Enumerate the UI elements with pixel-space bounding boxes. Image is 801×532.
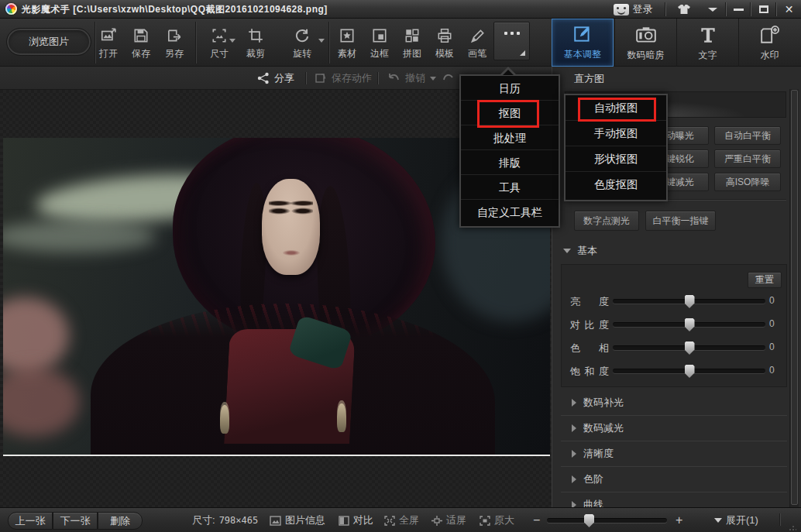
resize-icon — [211, 27, 228, 44]
section-dim-light[interactable]: 数码减光 — [561, 415, 787, 441]
login-button[interactable]: 登录 — [609, 0, 657, 19]
tab-watermark[interactable]: 水印 — [738, 19, 800, 67]
delete-image-button[interactable]: 删除 — [98, 512, 143, 530]
collage-label: 拼图 — [403, 47, 421, 60]
materials-label: 素材 — [338, 47, 356, 60]
next-image-button[interactable]: 下一张 — [53, 512, 98, 530]
panel-scrollbar-thumb[interactable] — [791, 90, 798, 505]
high-iso-denoise-label: 高ISO降噪 — [726, 176, 770, 189]
panel-scrollbar[interactable] — [789, 89, 799, 507]
close-button[interactable]: ✕ — [778, 0, 800, 19]
menu-item-calendar[interactable]: 日历 — [461, 76, 559, 101]
contrast-value: 0 — [769, 318, 775, 329]
save-action-button[interactable]: 保存动作 — [315, 67, 372, 90]
expand-panel-button[interactable]: 展开(1) — [714, 508, 758, 532]
manual-cutout-label: 手动抠图 — [594, 127, 638, 139]
expand-triangle-icon — [572, 475, 576, 483]
submenu-item-shape-cutout[interactable]: 形状抠图 — [566, 146, 666, 172]
share-label: 分享 — [274, 71, 294, 85]
template-button[interactable]: 模板 — [428, 22, 462, 63]
previous-image-button[interactable]: 上一张 — [8, 512, 53, 530]
resize-grip[interactable] — [789, 523, 796, 530]
more-tools-button[interactable] — [493, 22, 530, 60]
original-size-button[interactable]: 原大 — [480, 508, 514, 532]
tab-basic-adjust[interactable]: 基本调整 — [552, 19, 614, 67]
contrast-slider-thumb[interactable] — [685, 318, 695, 331]
brightness-slider[interactable] — [613, 299, 765, 304]
section-curves[interactable]: 曲线 — [561, 492, 787, 507]
tab-digital-darkroom[interactable]: 数码暗房 — [614, 19, 676, 67]
compare-label: 对比 — [353, 513, 373, 527]
hue-slider-thumb[interactable] — [685, 342, 695, 355]
browse-images-button[interactable]: 浏览图片 — [6, 28, 91, 56]
expand-triangle-icon — [572, 399, 576, 407]
save-icon — [132, 27, 150, 44]
saturation-label: 饱和度 — [570, 365, 609, 379]
auto-white-balance-button[interactable]: 自动白平衡 — [714, 126, 781, 145]
fit-screen-button[interactable]: 适屏 — [431, 508, 466, 532]
fullscreen-icon — [384, 516, 395, 526]
save-button[interactable]: 保存 — [124, 22, 158, 63]
submenu-item-auto-cutout[interactable]: 自动抠图 — [566, 95, 666, 121]
white-balance-one-key-button[interactable]: 白平衡一指键 — [645, 211, 716, 231]
materials-button[interactable]: 素材 — [330, 22, 364, 63]
rotate-dropdown-caret-icon[interactable] — [318, 39, 325, 43]
zoom-slider[interactable] — [547, 518, 667, 523]
menu-item-tools[interactable]: 工具 — [461, 175, 559, 200]
rotate-button[interactable]: 旋转 — [285, 22, 319, 63]
share-button[interactable]: 分享 — [257, 67, 294, 90]
saturation-slider[interactable] — [613, 369, 765, 373]
reset-button[interactable]: 重置 — [748, 272, 782, 288]
brightness-slider-thumb[interactable] — [685, 295, 695, 308]
menu-item-customize-toolbar[interactable]: 自定义工具栏 — [461, 200, 559, 225]
resize-dropdown-caret-icon[interactable] — [229, 39, 235, 43]
ellipsis-icon — [504, 32, 507, 35]
titlebar-separator — [750, 2, 751, 16]
menu-item-batch[interactable]: 批处理 — [461, 125, 559, 150]
menu-item-cutout[interactable]: 抠图 — [461, 101, 559, 125]
photo-figure-face — [262, 179, 320, 274]
collage-button[interactable]: 拼图 — [395, 22, 429, 63]
section-fill-light[interactable]: 数码补光 — [561, 390, 787, 415]
brush-button[interactable]: 画笔 — [460, 22, 494, 63]
high-iso-denoise-button[interactable]: 高ISO降噪 — [714, 173, 781, 191]
minimize-button[interactable] — [727, 0, 750, 19]
zoom-out-label: − — [533, 513, 540, 527]
zoom-out-button[interactable]: − — [533, 508, 540, 532]
submenu-item-manual-cutout[interactable]: 手动抠图 — [566, 121, 666, 146]
contrast-slider[interactable] — [613, 322, 765, 327]
maximize-button[interactable] — [752, 0, 775, 19]
hue-slider[interactable] — [613, 345, 765, 350]
tab-text[interactable]: 文字 — [676, 19, 738, 67]
section-clarity[interactable]: 清晰度 — [561, 441, 787, 466]
saturation-slider-thumb[interactable] — [685, 365, 695, 378]
zoom-in-button[interactable]: + — [676, 508, 682, 532]
brush-icon — [469, 27, 486, 44]
severe-white-balance-button[interactable]: 严重白平衡 — [714, 149, 781, 168]
dim-light-label: 数码减光 — [583, 421, 624, 435]
crop-button[interactable]: 裁剪 — [239, 22, 273, 63]
save-as-button[interactable]: 另存 — [157, 22, 191, 63]
photo-figure-pendant — [220, 405, 229, 434]
collapse-ui-button[interactable] — [701, 0, 724, 19]
spot-metering-button[interactable]: 数字点测光 — [574, 211, 639, 231]
basic-section-header[interactable]: 基本 — [563, 243, 597, 259]
menu-item-layout[interactable]: 排版 — [461, 150, 559, 175]
zoom-slider-thumb[interactable] — [584, 514, 594, 527]
redo-button[interactable] — [440, 72, 456, 88]
compare-button[interactable]: 对比 — [339, 508, 373, 532]
resize-label: 尺寸 — [210, 47, 229, 60]
original-size-label: 原大 — [494, 513, 514, 527]
border-button[interactable]: 边框 — [363, 22, 397, 63]
image-info-button[interactable]: 图片信息 — [270, 508, 325, 532]
cutout-label: 抠图 — [499, 107, 521, 119]
undo-button[interactable]: 撤销 — [387, 67, 436, 90]
resize-button[interactable]: 尺寸 — [202, 22, 236, 63]
open-button[interactable]: 打开 — [91, 22, 125, 63]
section-levels[interactable]: 色阶 — [561, 466, 787, 492]
actionbar-separator — [377, 72, 378, 84]
severe-white-balance-label: 严重白平衡 — [724, 153, 771, 166]
submenu-item-chroma-cutout[interactable]: 色度抠图 — [566, 172, 666, 197]
skin-theme-button[interactable] — [672, 0, 696, 19]
fullscreen-button[interactable]: 全屏 — [384, 508, 419, 532]
